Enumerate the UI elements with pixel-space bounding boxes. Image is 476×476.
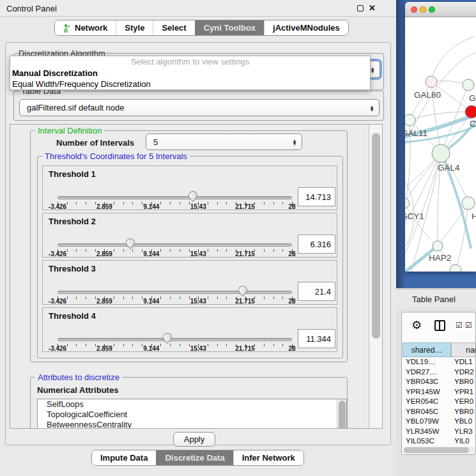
- network-node-h[interactable]: [462, 197, 475, 210]
- horizontal-scrollbar[interactable]: [403, 447, 475, 454]
- node-label: GAL4: [438, 163, 460, 173]
- table-cell[interactable]: YIL0: [451, 436, 476, 447]
- threshold-2-slider-track[interactable]: [58, 243, 292, 247]
- top-tab-bar: NetworkStyleSelectCyni ToolboxjActiveMNo…: [54, 20, 349, 36]
- table-cell[interactable]: YBR045C: [403, 407, 451, 417]
- threshold-1-slider-track[interactable]: [58, 196, 292, 199]
- attribute-item-selfloops[interactable]: SelfLoops: [38, 399, 346, 410]
- attribute-item-betweennesscentrality[interactable]: BetweennessCentrality: [38, 420, 346, 429]
- network-node-ga[interactable]: [463, 79, 474, 91]
- vertical-scrollbar-thumb[interactable]: [372, 133, 380, 339]
- checkbox-icon[interactable]: ☑: [465, 321, 472, 330]
- table-row[interactable]: YLR345WYLR3: [403, 427, 476, 437]
- tab-style[interactable]: Style: [116, 20, 153, 35]
- network-canvas[interactable]: GAL80GACGAL11GAL4GCY1HHAP2: [405, 17, 476, 272]
- threshold-4-value-input[interactable]: [298, 329, 335, 348]
- table-panel: ⚙ ☑ ☑ shared… name YDL19…YDL1YDR27…YDR2Y…: [401, 312, 476, 455]
- table-cell[interactable]: YDR2: [451, 367, 476, 378]
- tab-discretize-data[interactable]: Discretize Data: [156, 450, 233, 465]
- tab-cyni-toolbox[interactable]: Cyni Toolbox: [195, 20, 264, 35]
- split-columns-icon[interactable]: [434, 320, 445, 331]
- desktop-backdrop: GAL80GACGAL11GAL4GCY1HHAP2: [396, 0, 476, 288]
- table-cell[interactable]: YLR3: [451, 427, 476, 437]
- table-cell[interactable]: YBR0: [451, 407, 476, 417]
- threshold-3-slider-track[interactable]: [58, 291, 292, 294]
- threshold-2-slider-thumb[interactable]: [124, 236, 137, 249]
- network-edge[interactable]: [405, 203, 438, 246]
- number-of-intervals-combobox[interactable]: 5 ▲▼: [146, 134, 302, 150]
- column-header-shared-name[interactable]: shared…: [403, 342, 451, 357]
- threshold-1-slider-thumb[interactable]: [187, 189, 199, 202]
- list-scrollbar[interactable]: [337, 399, 346, 429]
- vertical-scrollbar[interactable]: [369, 125, 383, 429]
- table-cell[interactable]: YER054C: [403, 397, 451, 407]
- table-row[interactable]: YBL079WYBL0: [403, 417, 476, 427]
- network-node-gal4[interactable]: [432, 144, 450, 162]
- mac-minimize-button[interactable]: [420, 6, 426, 13]
- checkbox-icon[interactable]: ☑: [456, 321, 463, 330]
- network-edge[interactable]: [438, 203, 468, 246]
- network-edge[interactable]: [431, 36, 474, 82]
- float-window-icon[interactable]: [357, 5, 364, 12]
- network-node-gcy1[interactable]: [405, 198, 410, 208]
- network-node-c[interactable]: [465, 105, 476, 118]
- table-row[interactable]: YER054CYER0: [403, 397, 476, 407]
- table-cell[interactable]: YDL1: [451, 357, 476, 367]
- threshold-1-value-input[interactable]: [298, 187, 335, 206]
- table-cell[interactable]: YBL079W: [403, 417, 451, 427]
- tab-label: Cyni Toolbox: [204, 23, 256, 33]
- table-cell[interactable]: YBR043C: [403, 377, 451, 387]
- gear-icon[interactable]: ⚙: [411, 318, 422, 332]
- panel-title: Control Panel: [6, 4, 57, 13]
- network-node-hap2[interactable]: [433, 241, 443, 251]
- table-cell[interactable]: YPR145W: [403, 387, 451, 397]
- close-icon[interactable]: ✕: [369, 3, 376, 13]
- table-cell[interactable]: YIL053C: [403, 436, 451, 447]
- table-row[interactable]: YBR043CYBR0: [403, 377, 476, 387]
- dropdown-item-equal-width[interactable]: Equal Width/Frequency Discretization: [10, 79, 370, 89]
- threshold-3-value-input[interactable]: [298, 282, 335, 301]
- table-data-combobox[interactable]: galFiltered.sif default node ▲▼: [19, 99, 380, 116]
- table-row[interactable]: YDL19…YDL1: [403, 357, 476, 367]
- table-cell[interactable]: YDR27…: [403, 367, 451, 378]
- tick-label: 28: [288, 298, 295, 305]
- table-cell[interactable]: YPR1: [451, 387, 476, 397]
- tick-label: 15.43: [190, 345, 206, 352]
- list-scrollbar-thumb[interactable]: [339, 401, 346, 429]
- table-row[interactable]: YPR145WYPR1: [403, 387, 476, 397]
- dropdown-item-manual-discretization[interactable]: Manual Discretization: [10, 68, 370, 79]
- network-node-gal11[interactable]: [405, 114, 415, 126]
- tick-label: 21.715: [235, 298, 255, 305]
- tick-label: 2.859: [96, 298, 112, 305]
- mac-zoom-button[interactable]: [429, 6, 435, 13]
- tab-network[interactable]: Network: [55, 20, 116, 35]
- node-label: GCY1: [405, 211, 424, 221]
- network-node[interactable]: [450, 265, 461, 272]
- horizontal-scrollbar-thumb[interactable]: [404, 447, 469, 453]
- column-header-name[interactable]: name: [451, 342, 476, 357]
- apply-button[interactable]: Apply: [173, 432, 215, 447]
- tab-impute-data[interactable]: Impute Data: [92, 450, 156, 465]
- table-cell[interactable]: YDL19…: [403, 357, 451, 367]
- table-cell[interactable]: YBR0: [451, 377, 476, 387]
- attribute-item-topologicalcoefficient[interactable]: TopologicalCoefficient: [38, 410, 346, 420]
- network-node-gal80[interactable]: [426, 76, 437, 88]
- threshold-4-slider-track[interactable]: [58, 338, 292, 341]
- table-row[interactable]: YDR27…YDR2: [403, 367, 476, 378]
- threshold-2-value-input[interactable]: [298, 234, 335, 254]
- tab-jactivemnodules[interactable]: jActiveMNodules: [264, 20, 348, 35]
- network-window-titlebar[interactable]: [405, 2, 476, 17]
- table-row[interactable]: YBR045CYBR0: [403, 407, 476, 417]
- tab-select[interactable]: Select: [153, 20, 194, 35]
- control-panel: Control Panel ✕ NetworkStyleSelectCyni T…: [0, 0, 397, 476]
- threshold-3-slider-thumb[interactable]: [236, 284, 249, 296]
- tick-label: -3.426: [49, 250, 66, 257]
- table-cell[interactable]: YER0: [451, 397, 476, 407]
- table-row[interactable]: YIL053CYIL0: [403, 436, 476, 447]
- tab-infer-network[interactable]: Infer Network: [233, 450, 303, 465]
- mac-close-button[interactable]: [411, 6, 417, 13]
- threshold-4-slider-thumb[interactable]: [162, 331, 174, 344]
- table-cell[interactable]: YBL0: [451, 417, 476, 427]
- dropdown-placeholder-item[interactable]: Select algorithm to view settings: [10, 56, 370, 68]
- table-cell[interactable]: YLR345W: [403, 427, 451, 437]
